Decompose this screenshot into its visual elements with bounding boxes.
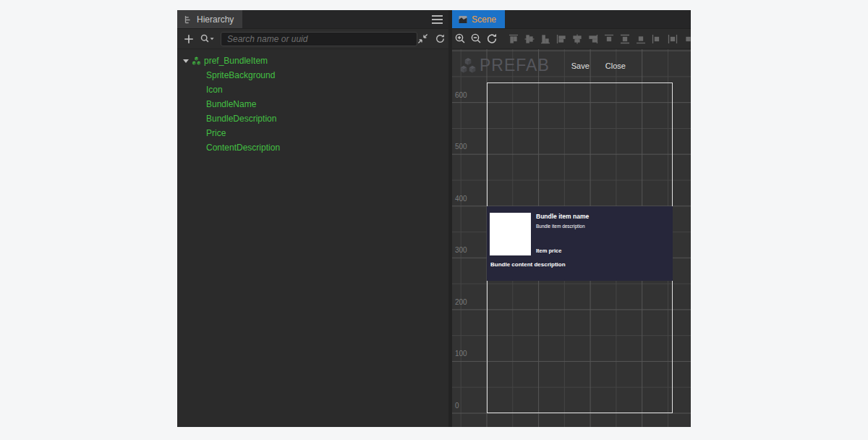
- hierarchy-tree: pref_BundleItem SpriteBackgroundIconBund…: [177, 49, 448, 155]
- align-h-center-icon[interactable]: [571, 33, 583, 45]
- editor-window: Hierarchy: [177, 10, 691, 427]
- distribute-left-icon[interactable]: [650, 33, 663, 45]
- hierarchy-toolbar: [177, 29, 448, 49]
- add-node-icon[interactable]: [183, 33, 194, 44]
- hierarchy-toolbar-right: [417, 33, 446, 44]
- node-label: SpriteBackground: [206, 68, 275, 82]
- prefab-close-button[interactable]: Close: [605, 62, 626, 70]
- prefab-save-button[interactable]: Save: [571, 62, 590, 70]
- bundle-icon-sprite[interactable]: [490, 213, 531, 255]
- scene-toolbar: [452, 29, 691, 49]
- tab-hierarchy[interactable]: Hierarchy: [177, 10, 242, 28]
- hierarchy-panel: Hierarchy: [177, 10, 448, 427]
- tree-item-spritebackground[interactable]: SpriteBackground: [177, 68, 448, 82]
- prefab-watermark-title: PREFAB: [480, 56, 550, 75]
- axis-label: 100: [455, 350, 467, 358]
- distribute-bottom-icon[interactable]: [634, 33, 647, 45]
- align-v-center-icon[interactable]: [523, 33, 535, 45]
- tab-hierarchy-label: Hierarchy: [197, 14, 234, 25]
- bundle-content-description-label[interactable]: Bundle content description: [490, 261, 566, 268]
- align-top-icon[interactable]: [507, 33, 519, 45]
- hierarchy-tabbar: Hierarchy: [177, 10, 448, 29]
- tree-item-icon[interactable]: Icon: [177, 82, 448, 97]
- align-tools: [507, 33, 691, 45]
- align-left-icon[interactable]: [555, 33, 567, 45]
- bundle-description-label[interactable]: Bundle item description: [536, 224, 585, 229]
- prefab-edit-bar: PREFAB Save Close: [459, 56, 626, 75]
- distribute-right-icon[interactable]: [682, 33, 691, 45]
- node-label: BundleName: [206, 97, 256, 111]
- bundle-item-node[interactable]: Bundle item name Bundle item description…: [487, 206, 673, 281]
- search-input[interactable]: [221, 32, 417, 46]
- prefab-watermark-icon: [459, 57, 477, 75]
- scene-image-icon: [459, 15, 467, 24]
- panel-menu-icon[interactable]: [432, 15, 443, 24]
- zoom-out-icon[interactable]: [470, 33, 482, 45]
- tree-item-price[interactable]: Price: [177, 126, 448, 140]
- node-label: Price: [206, 126, 226, 140]
- scene-viewport[interactable]: 6005004003002001000 Bundle item name Bun…: [452, 49, 691, 427]
- scene-tabbar: Scene: [452, 10, 691, 29]
- distribute-v-center-icon[interactable]: [618, 33, 631, 45]
- tree-children: SpriteBackgroundIconBundleNameBundleDesc…: [177, 68, 448, 155]
- align-bottom-icon[interactable]: [539, 33, 551, 45]
- node-label: pref_BundleItem: [204, 54, 268, 68]
- reset-view-icon[interactable]: [486, 33, 498, 45]
- tab-scene[interactable]: Scene: [452, 10, 505, 28]
- bundle-name-label[interactable]: Bundle item name: [536, 213, 589, 220]
- node-label: Icon: [206, 82, 223, 97]
- axis-label: 400: [455, 195, 467, 203]
- search-filter-icon[interactable]: [200, 33, 216, 44]
- tree-item-bundlename[interactable]: BundleName: [177, 97, 448, 111]
- align-right-icon[interactable]: [587, 33, 599, 45]
- refresh-icon[interactable]: [435, 33, 446, 44]
- bundle-price-label[interactable]: Item price: [536, 248, 561, 254]
- node-label: BundleDescription: [206, 111, 276, 126]
- axis-label: 0: [455, 402, 459, 410]
- axis-label: 600: [455, 91, 467, 99]
- zoom-in-icon[interactable]: [454, 33, 467, 45]
- tree-item-contentdescription[interactable]: ContentDescription: [177, 140, 448, 155]
- scene-panel: Scene: [452, 10, 691, 427]
- collapse-all-icon[interactable]: [417, 33, 428, 44]
- tree-item-root[interactable]: pref_BundleItem: [177, 54, 448, 68]
- axis-label: 300: [455, 246, 467, 254]
- axis-label: 200: [455, 298, 467, 306]
- tree-item-bundledescription[interactable]: BundleDescription: [177, 111, 448, 126]
- distribute-h-center-icon[interactable]: [666, 33, 678, 45]
- distribute-top-icon[interactable]: [603, 33, 615, 45]
- axis-label: 500: [455, 143, 467, 151]
- node-label: ContentDescription: [206, 140, 280, 155]
- expand-arrow-icon[interactable]: [183, 59, 189, 63]
- prefab-cube-icon: [192, 56, 201, 66]
- tab-scene-label: Scene: [472, 14, 496, 25]
- hierarchy-tree-icon: [184, 15, 192, 24]
